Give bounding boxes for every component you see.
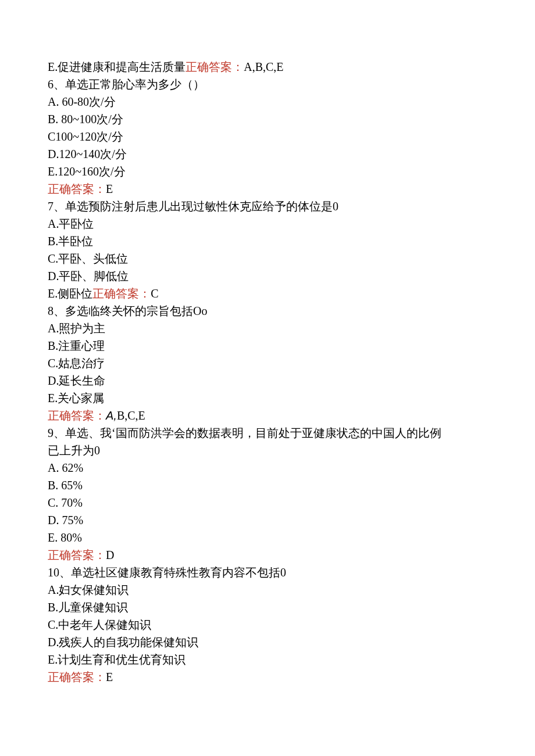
q8-answer-value-a: A, xyxy=(106,409,117,422)
q5-answer-value: A,B,C,E xyxy=(244,60,283,73)
q7-option-e: E.侧卧位 xyxy=(48,287,92,300)
q6-answer-line: 正确答案：E xyxy=(48,180,487,198)
q8-option-d: D.延长生命 xyxy=(48,372,487,389)
q7-answer-label: 正确答案： xyxy=(92,287,151,300)
q7-option-c: C.平卧、头低位 xyxy=(48,250,487,267)
q10-answer-line: 正确答案：E xyxy=(48,668,487,686)
q6-option-d: D.120~140次/分 xyxy=(48,145,487,163)
q9-stem-line1: 9、单选、我‘国而防洪学会的数据表明，目前处于亚健康状态的中国人的比例 xyxy=(48,424,487,442)
q8-option-c: C.姑息治疗 xyxy=(48,354,487,372)
q9-option-d: D. 75% xyxy=(48,511,487,529)
q10-answer-value: E xyxy=(106,671,113,683)
q6-answer-value: E xyxy=(106,182,113,195)
q5-option-e: E.促进健康和提高生活质量 xyxy=(48,60,186,73)
q6-option-e: E.120~160次/分 xyxy=(48,163,487,180)
q9-answer-line: 正确答案：D xyxy=(48,546,487,564)
q7-answer-value: C xyxy=(151,287,158,300)
q10-option-c: C.中老年人保健知识 xyxy=(48,616,487,633)
q9-answer-value: D xyxy=(106,549,114,561)
q10-option-e: E.计划生育和优生优育知识 xyxy=(48,651,487,668)
q5-answer-label: 正确答案： xyxy=(186,60,244,73)
q7-option-d: D.平卧、脚低位 xyxy=(48,267,487,285)
q7-option-b: B.半卧位 xyxy=(48,232,487,250)
q8-answer-value-rest: B,C,E xyxy=(117,409,145,422)
q7-stem: 7、单选预防注射后患儿出现过敏性休克应给予的体位是0 xyxy=(48,198,487,215)
q7-option-a: A.平卧位 xyxy=(48,215,487,232)
q10-option-d: D.残疾人的自我功能保健知识 xyxy=(48,633,487,651)
q6-option-a: A. 60-80次/分 xyxy=(48,93,487,110)
q10-stem: 10、单选社区健康教育特殊性教育内容不包括0 xyxy=(48,564,487,581)
q9-answer-label: 正确答案： xyxy=(48,549,106,561)
q9-stem-line2: 已上升为0 xyxy=(48,442,487,459)
q9-option-a: A. 62% xyxy=(48,459,487,476)
q10-option-a: A.妇女保健知识 xyxy=(48,581,487,599)
q10-option-b: B.儿童保健知识 xyxy=(48,599,487,616)
q8-answer-label: 正确答案： xyxy=(48,409,106,422)
q6-stem: 6、单选正常胎心率为多少（） xyxy=(48,76,487,93)
q8-option-b: B.注重心理 xyxy=(48,337,487,354)
q7-option-e-line: E.侧卧位正确答案：C xyxy=(48,285,487,302)
q5-option-e-line: E.促进健康和提高生活质量正确答案：A,B,C,E xyxy=(48,58,487,76)
q8-stem: 8、多选临终关怀的宗旨包括Oo xyxy=(48,302,487,320)
q6-answer-label: 正确答案： xyxy=(48,182,106,195)
q8-answer-line: 正确答案：A,B,C,E xyxy=(48,407,487,424)
q9-option-b: B. 65% xyxy=(48,476,487,494)
q8-option-e: E.关心家属 xyxy=(48,389,487,407)
q8-option-a: A.照护为主 xyxy=(48,320,487,337)
q9-option-c: C. 70% xyxy=(48,494,487,511)
q9-option-e: E. 80% xyxy=(48,529,487,546)
q6-option-c: C100~120次/分 xyxy=(48,128,487,145)
q6-option-b: B. 80~100次/分 xyxy=(48,110,487,128)
q10-answer-label: 正确答案： xyxy=(48,671,106,683)
